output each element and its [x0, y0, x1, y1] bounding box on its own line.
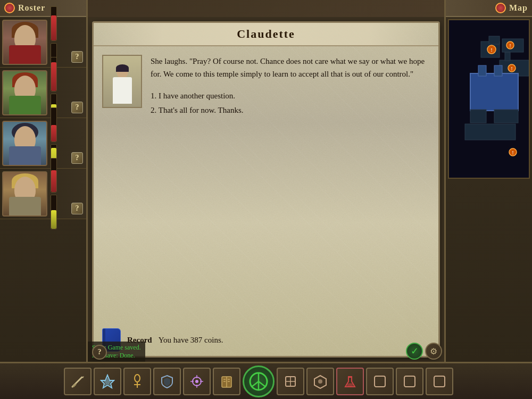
npc-body: [113, 77, 132, 104]
char-question-4[interactable]: ?: [71, 203, 83, 214]
toolbar-shield-button[interactable]: [153, 368, 181, 395]
npc-figure: [109, 64, 136, 107]
svg-rect-74: [348, 376, 352, 378]
svg-rect-78: [404, 376, 415, 387]
left-sidebar: Roster ?: [0, 0, 88, 362]
svg-line-68: [259, 381, 265, 387]
svg-rect-77: [375, 376, 385, 387]
mini-map[interactable]: ! ! ! !: [448, 19, 530, 179]
roster-title: Roster: [18, 3, 45, 13]
roster-icon: [4, 3, 15, 13]
game-world: Claudette She laughs. "Pray? Of course n…: [88, 17, 444, 362]
svg-text:!: !: [512, 150, 514, 155]
health-bar-4: [51, 158, 57, 193]
dialog-title-bar: Claudette: [94, 23, 438, 46]
npc-portrait: [102, 55, 142, 108]
toolbar-heal-button[interactable]: [123, 368, 151, 395]
bottom-toolbar: [0, 362, 532, 399]
health-bar-3: [51, 107, 57, 142]
toolbar-flask-button[interactable]: [336, 368, 364, 395]
toolbar-item2-button[interactable]: [306, 368, 334, 395]
svg-rect-23: [494, 65, 502, 76]
game-container: Roster ?: [0, 0, 532, 399]
health-bar-2: [51, 57, 57, 92]
char-portrait-3[interactable]: [2, 121, 47, 166]
svg-point-54: [195, 380, 198, 383]
map-header: Map: [446, 0, 532, 17]
health-fill-4: [51, 170, 56, 192]
health-bar-1: [51, 6, 57, 41]
map-icon: [495, 3, 506, 13]
toolbar-slot1-button[interactable]: [366, 368, 394, 395]
svg-rect-24: [470, 110, 486, 123]
svg-text:!: !: [510, 43, 511, 48]
right-sidebar: Map ! ! !: [444, 0, 532, 362]
health-fill-2: [51, 62, 56, 91]
char-portrait-1[interactable]: [2, 20, 47, 65]
svg-line-67: [252, 381, 259, 387]
confirm-button[interactable]: ✓: [406, 343, 423, 360]
toolbar-item1-button[interactable]: [277, 368, 304, 395]
coins-text: You have 387 coins.: [159, 336, 223, 345]
dialog-content: She laughs. "Pray? Of course not. Chance…: [94, 46, 438, 326]
svg-text:!: !: [511, 66, 513, 71]
svg-point-75: [347, 384, 353, 387]
settings-button[interactable]: ⚙: [425, 343, 442, 360]
svg-rect-21: [470, 73, 518, 111]
health-fill-3: [51, 125, 56, 142]
svg-text:!: !: [491, 47, 493, 53]
svg-rect-22: [478, 65, 486, 76]
sp-fill-4: [51, 210, 56, 229]
toolbar-slot2-button[interactable]: [396, 368, 423, 395]
char-portrait-4[interactable]: [2, 171, 47, 217]
toolbar-peace-button[interactable]: [243, 365, 275, 397]
dialog-narrative: She laughs. "Pray? Of course not. Chance…: [151, 55, 430, 80]
dialog-bottom: Record You have 387 coins.: [102, 328, 430, 352]
dialog-option-1[interactable]: 1. I have another question.: [151, 89, 430, 103]
svg-rect-20: [505, 52, 510, 61]
char-bars-4: [51, 158, 84, 229]
sp-bar-4: [51, 195, 57, 229]
npc-hair: [116, 64, 129, 72]
dialog-option-2[interactable]: 2. That's all for now. Thanks.: [151, 103, 430, 118]
toolbar-quick-button[interactable]: [94, 368, 121, 395]
action-buttons: ✓ ⚙: [404, 340, 444, 362]
dialog-box: Claudette She laughs. "Pray? Of course n…: [92, 21, 440, 358]
char-portrait-2[interactable]: [2, 70, 47, 115]
toolbar-slot3-button[interactable]: [426, 368, 453, 395]
map-title: Map: [509, 3, 528, 13]
toolbar-spell-button[interactable]: [183, 368, 211, 395]
help-button[interactable]: ?: [92, 345, 107, 360]
toolbar-book-button[interactable]: [213, 368, 240, 395]
svg-point-73: [318, 379, 322, 384]
dialog-text-area: She laughs. "Pray? Of course not. Chance…: [151, 55, 430, 318]
svg-rect-79: [434, 376, 445, 387]
char-slot-4[interactable]: ?: [0, 169, 86, 219]
svg-rect-25: [494, 110, 518, 123]
svg-rect-11: [489, 36, 500, 44]
health-fill-1: [51, 15, 56, 40]
toolbar-sword-button[interactable]: [64, 368, 92, 395]
dialog-npc-name: Claudette: [237, 27, 295, 40]
svg-rect-26: [465, 124, 516, 140]
svg-point-50: [135, 375, 140, 382]
